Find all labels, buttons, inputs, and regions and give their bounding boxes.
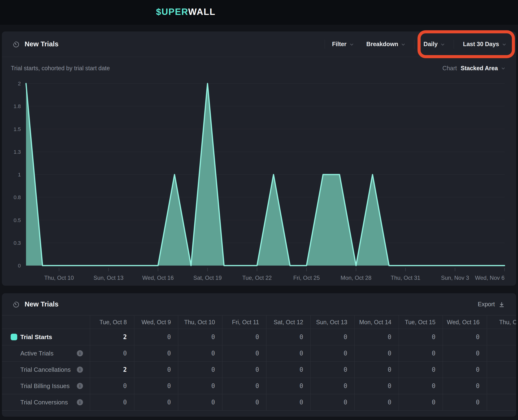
table-cell: 0 xyxy=(222,378,266,394)
table-cell: 0 xyxy=(399,378,443,394)
table-cell: 0 xyxy=(134,362,178,378)
y-axis-tick-label: 0.5 xyxy=(14,217,21,223)
series-swatch xyxy=(11,334,17,340)
table-cell xyxy=(487,362,516,378)
table-cell xyxy=(487,394,516,411)
y-axis-tick-label: 1.3 xyxy=(14,149,21,155)
export-label: Export xyxy=(478,301,495,308)
x-axis-tick-label: Thu, Oct 31 xyxy=(391,275,420,281)
table-cell: 0 xyxy=(222,329,266,345)
info-icon[interactable]: i xyxy=(77,383,83,389)
dashboard: { "brand": { "logo_teal": "$UPER", "logo… xyxy=(0,0,518,420)
table-cell: 0 xyxy=(354,329,399,345)
column-header: Sat, Oct 12 xyxy=(266,315,311,329)
table-cell: 0 xyxy=(311,362,355,378)
table-cell: 0 xyxy=(266,329,311,345)
table-cell: 0 xyxy=(354,394,399,411)
table-cell: 0 xyxy=(443,394,487,411)
table-cell: 0 xyxy=(178,362,222,378)
y-axis-tick-label: 0.3 xyxy=(14,240,21,246)
table-cell: 0 xyxy=(178,329,222,345)
table-cell: 0 xyxy=(354,362,399,378)
table-cell: 0 xyxy=(134,378,178,394)
x-axis-tick-label: Tue, Oct 22 xyxy=(242,275,272,281)
table-cell: 0 xyxy=(222,394,266,411)
table-cell: 0 xyxy=(90,378,134,394)
table-cell: 0 xyxy=(399,345,443,362)
row-label: Trial Conversionsi xyxy=(2,394,90,411)
trial-starts-area-chart[interactable]: 21.81.51.310.80.50.30Thu, Oct 10Sun, Oct… xyxy=(2,31,516,286)
table-cell: 0 xyxy=(222,345,266,362)
table-cell: 0 xyxy=(311,378,355,394)
table-cell: 0 xyxy=(134,394,178,411)
table-cell: 0 xyxy=(399,329,443,345)
table-cell: 0 xyxy=(443,378,487,394)
info-icon[interactable]: i xyxy=(77,367,83,373)
column-header: Wed, Oct 16 xyxy=(443,315,487,329)
table-cell: 0 xyxy=(178,345,222,362)
table-cell: 0 xyxy=(178,378,222,394)
table-cell: 0 xyxy=(443,362,487,378)
table-cell: 0 xyxy=(266,394,311,411)
column-header: Thu, Oct 10 xyxy=(178,315,222,329)
x-axis-tick-label: Wed, Nov 6 xyxy=(475,275,504,281)
table-cell: 0 xyxy=(266,345,311,362)
table-cell: 0 xyxy=(178,394,222,411)
column-header: Mon, Oct 14 xyxy=(354,315,399,329)
table-cell: 0 xyxy=(443,329,487,345)
table-cell: 0 xyxy=(134,329,178,345)
table-cell: 0 xyxy=(266,378,311,394)
info-icon[interactable]: i xyxy=(77,350,83,356)
row-label: Active Trialsi xyxy=(2,345,90,362)
table-cell: 2 xyxy=(90,362,134,378)
table-cell xyxy=(487,329,516,345)
table-cell xyxy=(487,378,516,394)
y-axis-tick-label: 1.5 xyxy=(14,126,21,132)
column-header: Fri, Oct 11 xyxy=(222,315,266,329)
table-panel-title: New Trials xyxy=(25,300,58,308)
row-label: Trial Starts xyxy=(2,329,90,345)
table-cell: 0 xyxy=(399,362,443,378)
y-axis-tick-label: 0.8 xyxy=(14,194,21,200)
column-header-empty xyxy=(2,315,90,329)
table-cell: 0 xyxy=(399,394,443,411)
timer-icon xyxy=(12,300,20,308)
table-cell: 0 xyxy=(90,345,134,362)
trials-table: Tue, Oct 8Wed, Oct 9Thu, Oct 10Fri, Oct … xyxy=(2,315,516,411)
y-axis-tick-label: 1.8 xyxy=(14,103,21,109)
table-cell: 0 xyxy=(354,378,399,394)
x-axis-tick-label: Mon, Oct 28 xyxy=(340,275,371,281)
x-axis-tick-label: Fri, Oct 25 xyxy=(293,275,320,281)
table-cell: 0 xyxy=(90,394,134,411)
x-axis-tick-label: Sat, Oct 19 xyxy=(193,275,222,281)
column-header: Thu, O xyxy=(487,315,516,329)
column-header: Wed, Oct 9 xyxy=(134,315,178,329)
y-axis-tick-label: 0 xyxy=(18,263,21,269)
table-cell: 0 xyxy=(311,345,355,362)
column-header: Sun, Oct 13 xyxy=(311,315,355,329)
table-cell: 0 xyxy=(222,362,266,378)
table-cell: 2 xyxy=(90,329,134,345)
superwall-logo: $UPERWALL xyxy=(156,7,216,17)
column-header: Tue, Oct 15 xyxy=(399,315,443,329)
x-axis-tick-label: Wed, Oct 16 xyxy=(142,275,174,281)
download-icon xyxy=(499,302,505,308)
info-icon[interactable]: i xyxy=(77,399,83,405)
row-label: Trial Billing Issuesi xyxy=(2,378,90,394)
logo-teal-part: $UPER xyxy=(156,7,188,17)
table-panel-header: New Trials Export xyxy=(2,293,516,315)
table-cell: 0 xyxy=(443,345,487,362)
table-cell: 0 xyxy=(134,345,178,362)
x-axis-tick-label: Sun, Nov 3 xyxy=(441,275,469,281)
table-cell: 0 xyxy=(311,329,355,345)
new-trials-chart-panel: New Trials Filter Breakdown Daily Last 3… xyxy=(2,31,516,286)
table-cell: 0 xyxy=(354,345,399,362)
export-button[interactable]: Export xyxy=(478,301,505,308)
table-cell: 0 xyxy=(311,394,355,411)
y-axis-tick-label: 1 xyxy=(18,172,21,178)
column-header: Tue, Oct 8 xyxy=(90,315,134,329)
x-axis-tick-label: Thu, Oct 10 xyxy=(44,275,74,281)
x-axis-tick-label: Sun, Oct 13 xyxy=(94,275,124,281)
new-trials-table-panel: New Trials Export Tue, Oct 8Wed, Oct 9Th… xyxy=(2,293,516,417)
table-cell: 0 xyxy=(266,362,311,378)
